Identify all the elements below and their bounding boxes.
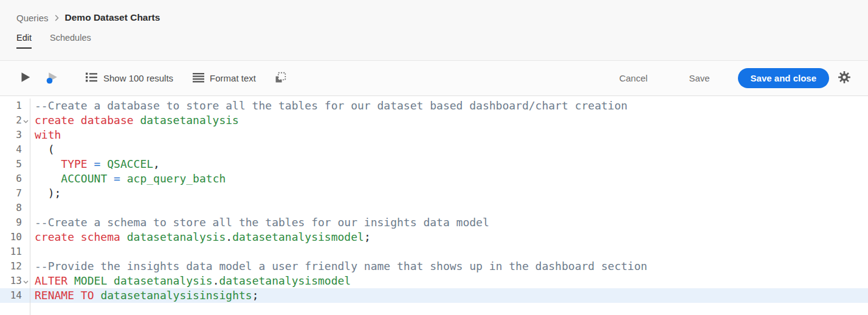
code-line[interactable]: 7 );	[0, 186, 868, 201]
fold-chevron-icon[interactable]	[22, 118, 30, 123]
code-line-content[interactable]: RENAME TO datasetanalysisinsights;	[30, 288, 868, 303]
code-editor[interactable]: 1--Create a database to store all the ta…	[0, 96, 868, 315]
code-line[interactable]: 11	[0, 244, 868, 259]
toolbar-left-group: Show 100 results Format text	[18, 71, 287, 86]
code-line-content[interactable]	[30, 244, 868, 259]
line-number: 2	[0, 113, 22, 128]
fold-spacer	[22, 251, 30, 253]
tab-edit[interactable]: Edit	[16, 33, 32, 49]
code-line[interactable]: 6 ACCOUNT = acp_query_batch	[0, 171, 868, 186]
breadcrumb-separator-icon	[55, 15, 59, 21]
line-number: 1	[0, 99, 22, 113]
line-gutter: 3	[0, 128, 30, 142]
code-line[interactable]: 5 TYPE = QSACCEL,	[0, 157, 868, 171]
code-line[interactable]: 1--Create a database to store all the ta…	[0, 99, 868, 113]
line-number: 6	[0, 171, 22, 186]
line-gutter: 12	[0, 259, 30, 274]
cancel-button[interactable]: Cancel	[619, 73, 648, 83]
format-text-button[interactable]: Format text	[193, 72, 256, 85]
line-gutter: 14	[0, 288, 30, 303]
line-number: 8	[0, 201, 22, 215]
code-line-content[interactable]: ACCOUNT = acp_query_batch	[30, 171, 868, 186]
code-line[interactable]: 9--Create a schema to store all the tabl…	[0, 215, 868, 230]
code-line[interactable]: 8	[0, 201, 868, 215]
code-line-content[interactable]: TYPE = QSACCEL,	[30, 157, 868, 171]
page-title: Demo Dataset Charts	[65, 12, 160, 23]
line-number: 14	[0, 288, 22, 303]
line-number: 11	[0, 244, 22, 259]
fold-spacer	[22, 222, 30, 224]
code-line[interactable]: 2create database datasetanalysis	[0, 113, 868, 128]
line-gutter: 4	[0, 142, 30, 157]
format-text-label: Format text	[210, 73, 256, 83]
code-line-content[interactable]: ALTER MODEL datasetanalysis.datasetanaly…	[30, 274, 868, 288]
line-gutter: 1	[0, 99, 30, 113]
line-number: 12	[0, 259, 22, 274]
code-line[interactable]: 10create schema datasetanalysis.dataseta…	[0, 230, 868, 244]
code-line-content[interactable]: --Create a schema to store all the table…	[30, 215, 868, 230]
line-gutter: 10	[0, 230, 30, 244]
code-line[interactable]: 14RENAME TO datasetanalysisinsights;	[0, 288, 868, 303]
line-gutter: 11	[0, 244, 30, 259]
line-number: 5	[0, 157, 22, 171]
code-line[interactable]: 4 (	[0, 142, 868, 157]
code-line-content[interactable]: --Provide the insights data model a user…	[30, 259, 868, 274]
run-query-button[interactable]	[18, 71, 32, 86]
fold-spacer	[22, 207, 30, 209]
toolbar-right-group: Cancel Save Save and close	[619, 68, 851, 88]
run-selected-query-button[interactable]	[45, 71, 59, 86]
fold-spacer	[22, 193, 30, 195]
line-number: 3	[0, 128, 22, 142]
line-gutter: 6	[0, 171, 30, 186]
fold-spacer	[22, 134, 30, 136]
fold-spacer	[22, 237, 30, 238]
line-number: 10	[0, 230, 22, 244]
line-gutter	[0, 303, 30, 315]
fold-spacer	[22, 164, 30, 165]
format-text-icon	[193, 72, 204, 85]
line-gutter: 2	[0, 113, 30, 128]
code-line-content[interactable]: create schema datasetanalysis.datasetana…	[30, 230, 868, 244]
fold-chevron-icon[interactable]	[22, 279, 30, 284]
show-results-list-icon	[86, 72, 98, 85]
code-line-content[interactable]: --Create a database to store all the tab…	[30, 99, 868, 113]
tab-schedules[interactable]: Schedules	[50, 33, 91, 49]
code-line-content[interactable]: with	[30, 128, 868, 142]
fold-spacer	[22, 266, 30, 268]
run-selected-icon	[45, 71, 59, 86]
select-container-button[interactable]	[274, 71, 287, 86]
line-number: 4	[0, 142, 22, 157]
line-gutter: 13	[0, 274, 30, 288]
code-line-content[interactable]	[30, 303, 868, 315]
line-gutter: 8	[0, 201, 30, 215]
page-header: Queries Demo Dataset Charts Edit Schedul…	[0, 0, 868, 61]
tab-bar: Edit Schedules	[16, 33, 868, 49]
code-line[interactable]: 13ALTER MODEL datasetanalysis.datasetana…	[0, 274, 868, 288]
show-results-label: Show 100 results	[103, 73, 173, 83]
line-gutter: 5	[0, 157, 30, 171]
code-line-content[interactable]: (	[30, 142, 868, 157]
fold-spacer	[22, 105, 30, 107]
breadcrumb: Queries Demo Dataset Charts	[0, 0, 868, 23]
line-number: 7	[0, 186, 22, 201]
save-and-close-button[interactable]: Save and close	[738, 68, 829, 88]
settings-button[interactable]	[838, 71, 851, 86]
code-line-content[interactable]	[30, 201, 868, 215]
save-button[interactable]: Save	[689, 73, 709, 83]
line-number: 13	[0, 274, 22, 288]
code-line-content[interactable]: create database datasetanalysis	[30, 113, 868, 128]
fold-spacer	[22, 295, 30, 297]
code-line-content[interactable]: );	[30, 186, 868, 201]
line-number: 9	[0, 215, 22, 230]
fold-spacer	[22, 149, 30, 151]
editor-toolbar: Show 100 results Format text	[0, 61, 868, 96]
line-gutter: 9	[0, 215, 30, 230]
code-line[interactable]: 12--Provide the insights data model a us…	[0, 259, 868, 274]
breadcrumb-item-queries[interactable]: Queries	[16, 13, 49, 23]
editor-filler	[0, 303, 868, 315]
code-line[interactable]: 3with	[0, 128, 868, 142]
run-icon	[18, 71, 32, 86]
show-results-button[interactable]: Show 100 results	[86, 72, 173, 85]
fold-spacer	[22, 178, 30, 180]
line-gutter: 7	[0, 186, 30, 201]
